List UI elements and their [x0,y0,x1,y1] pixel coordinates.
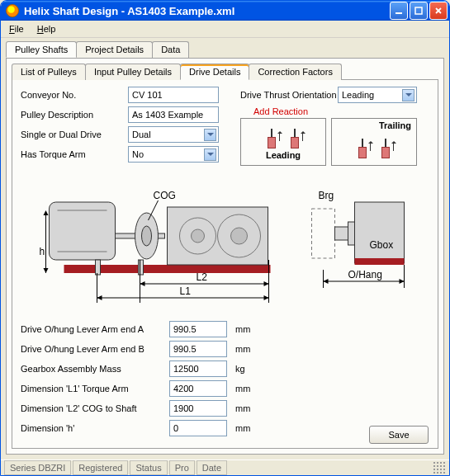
save-button[interactable]: Save [369,426,429,444]
l1-label: L1 [180,285,192,297]
chevron-down-icon [204,148,216,161]
add-reaction-label: Add Reaction [253,106,429,116]
leading-caption: Leading [266,150,301,160]
thrust-label: Drive Thrust Orientation [240,90,338,100]
conveyor-no-label: Conveyor No. [21,90,128,100]
single-dual-value: Dual [132,130,151,139]
tab-correction-factors[interactable]: Correction Factors [249,64,341,80]
lever-b-label: Drive O/hung Lever Arm end B [21,344,169,354]
cog-label: COG [154,190,176,201]
resize-grip-icon[interactable] [433,461,446,474]
trailing-caption: Trailing [379,120,411,130]
svg-point-13 [231,228,248,244]
torque-arm-value: No [132,149,144,159]
status-registered: Registered [73,460,128,475]
outer-tab-panel: List of Pulleys Input Pulley Details Dri… [6,58,444,455]
h-unit: mm [235,423,260,433]
lever-a-input[interactable] [169,321,227,337]
pulley-icon [266,124,277,148]
mass-input[interactable] [169,361,227,377]
thrust-select[interactable]: Leading [338,87,417,103]
l1-input[interactable] [169,380,227,397]
mass-unit: kg [235,364,260,374]
pulley-icon [357,134,368,158]
svg-point-8 [142,226,152,246]
tab-data[interactable]: Data [152,41,189,58]
titlebar[interactable]: Helix Shaft Design - AS1403 Example.xml [1,1,449,21]
menu-file[interactable]: File [9,24,24,34]
svg-rect-15 [139,260,144,275]
minimize-button[interactable] [390,2,408,20]
status-date: Date [197,460,227,475]
l2-label: Dimension 'L2' COG to Shaft [21,403,169,413]
torque-arm-label: Has Torque Arm [21,149,128,159]
drive-details-panel: Conveyor No. Pulley Description Single o… [12,79,438,449]
h-label: Dimension 'h' [21,423,169,433]
svg-rect-24 [335,227,348,240]
tab-project-details[interactable]: Project Details [76,41,153,58]
menubar: File Help [1,21,449,38]
dimension-fields: Drive O/hung Lever Arm end A mm Drive O/… [21,321,429,436]
tab-drive-details[interactable]: Drive Details [180,64,249,80]
svg-rect-14 [96,260,101,275]
conveyor-no-input[interactable] [128,87,219,103]
pulley-desc-input[interactable] [128,106,219,123]
status-pro: Pro [169,460,195,475]
brg-label: Brg [319,190,334,201]
h-input[interactable] [169,420,227,436]
single-dual-select[interactable]: Dual [128,126,219,143]
svg-rect-1 [415,7,422,14]
app-icon [6,4,19,17]
tab-pulley-shafts[interactable]: Pulley Shafts [6,41,77,58]
chevron-down-icon [402,89,414,101]
lever-b-input[interactable] [169,341,227,357]
outer-tabstrip: Pulley Shafts Project Details Data [1,38,449,58]
svg-rect-23 [312,209,335,258]
h-label: h [40,246,45,257]
l1-label: Dimension 'L1' Torque Arm [21,384,169,394]
svg-point-11 [192,229,205,243]
pulley-desc-label: Pulley Description [21,110,128,120]
lever-b-unit: mm [235,344,260,354]
tab-input-pulley-details[interactable]: Input Pulley Details [85,64,181,80]
chevron-down-icon [204,129,216,141]
svg-rect-25 [348,222,355,245]
reaction-leading-box[interactable]: Leading [240,118,326,166]
status-series: Series DBZRI [4,460,71,475]
statusbar: Series DBZRI Registered Status Pro Date [1,460,449,475]
lever-a-label: Drive O/hung Lever Arm end A [21,324,169,334]
lever-a-unit: mm [235,324,260,334]
maximize-button[interactable] [410,2,428,20]
gbox-label: Gbox [370,239,394,251]
l2-label: L2 [197,271,208,283]
l1-unit: mm [235,384,260,394]
svg-rect-0 [396,12,402,14]
close-button[interactable] [429,2,448,20]
status-status: Status [130,460,167,475]
l2-input[interactable] [169,400,227,417]
ohang-label: O/Hang [348,269,382,280]
inner-tabstrip: List of Pulleys Input Pulley Details Dri… [12,64,438,80]
drive-diagram: COG h L2 [21,172,429,313]
l2-unit: mm [235,403,260,413]
tab-list-of-pulleys[interactable]: List of Pulleys [12,64,86,80]
application-window: Helix Shaft Design - AS1403 Example.xml … [0,0,450,476]
menu-help[interactable]: Help [37,24,56,34]
window-title: Helix Shaft Design - AS1403 Example.xml [24,5,390,17]
mass-label: Gearbox Assembly Mass [21,364,169,374]
pulley-icon [380,134,391,158]
pulley-icon [289,124,301,148]
svg-rect-27 [355,258,405,265]
svg-rect-26 [355,202,405,263]
torque-arm-select[interactable]: No [128,146,219,163]
reaction-trailing-box[interactable]: Trailing [331,118,417,166]
single-dual-label: Single or Dual Drive [21,130,128,139]
thrust-value: Leading [342,90,374,100]
